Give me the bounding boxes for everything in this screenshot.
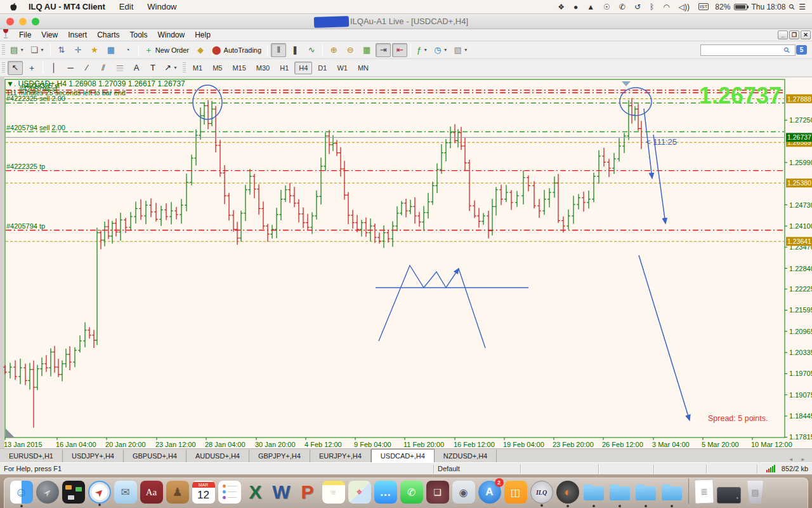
timeframe-m5[interactable]: M5: [208, 62, 226, 74]
mac-menu-edit[interactable]: Edit: [119, 2, 133, 11]
dock-mission-control[interactable]: [62, 481, 85, 504]
notification-center-icon[interactable]: ☰: [799, 3, 806, 11]
dock-crossover[interactable]: ◐: [556, 481, 579, 504]
timeframe-w1[interactable]: W1: [332, 62, 352, 74]
dock-safari[interactable]: ➤: [88, 481, 111, 504]
zoom-in-button[interactable]: ⊕: [326, 43, 341, 57]
menu-file[interactable]: File: [14, 30, 36, 40]
line-chart-button[interactable]: ∿: [304, 43, 319, 57]
dock-reminders[interactable]: [218, 481, 241, 504]
minimize-traffic-light[interactable]: [19, 18, 27, 25]
tab-audusd-h4[interactable]: AUDUSD+,H4: [187, 450, 249, 462]
timeframe-mn[interactable]: MN: [353, 62, 373, 74]
dock-notes[interactable]: ≡: [322, 481, 345, 504]
menu-tools[interactable]: Tools: [125, 30, 153, 40]
dock-launchpad[interactable]: ➣: [36, 481, 59, 504]
phone-icon[interactable]: ✆: [619, 3, 625, 11]
timeframe-m15[interactable]: M15: [228, 62, 250, 74]
dock-excel[interactable]: X: [244, 481, 267, 504]
chart-shift-button[interactable]: ⇤: [392, 43, 407, 57]
volume-icon[interactable]: ◁)): [679, 3, 690, 11]
dock-finder[interactable]: ☺: [10, 481, 33, 504]
dock-photo-booth[interactable]: ❏: [426, 481, 449, 504]
notification-badge[interactable]: 5: [796, 45, 807, 55]
zoom-out-button[interactable]: ⊖: [343, 43, 358, 57]
dock-powerpoint[interactable]: P: [296, 481, 319, 504]
dropdown-caret-icon[interactable]: ▼: [20, 48, 24, 52]
dropdown-caret-icon[interactable]: ▼: [464, 48, 468, 52]
vertical-line-button[interactable]: │: [46, 61, 62, 75]
new-order-button[interactable]: ＋New Order: [142, 43, 192, 57]
menu-charts[interactable]: Charts: [92, 30, 124, 40]
timeframe-m30[interactable]: M30: [252, 62, 274, 74]
active-app-name[interactable]: ILQ AU - MT4 Client: [29, 2, 105, 11]
bar-chart-button[interactable]: ⫴: [271, 43, 286, 57]
new-chart-button[interactable]: ▤▼: [8, 43, 27, 57]
dock-folder-3[interactable]: [634, 481, 657, 504]
dropbox-icon[interactable]: ❖: [558, 3, 565, 11]
menubar-clock[interactable]: Thu 18:08: [751, 3, 785, 11]
tab-usdcad-h4[interactable]: USDCAD+,H4: [371, 449, 435, 462]
trendline-button[interactable]: ∕: [79, 61, 95, 75]
dock-folder-1[interactable]: [582, 481, 605, 504]
wifi-icon[interactable]: ◠: [663, 3, 669, 11]
menu-help[interactable]: Help: [190, 30, 216, 40]
close-traffic-light[interactable]: [6, 18, 14, 25]
input-source-icon[interactable]: IST: [698, 3, 709, 10]
crescent-icon[interactable]: ●: [573, 3, 578, 11]
dock-messages[interactable]: …: [374, 481, 397, 504]
metaeditor-button[interactable]: ◆: [193, 43, 208, 57]
dock-folder-2[interactable]: [608, 481, 631, 504]
horizontal-line-button[interactable]: ─: [63, 61, 78, 75]
indicators-button[interactable]: ƒ▼: [414, 43, 430, 57]
shapes-button[interactable]: ↗▼: [162, 61, 180, 75]
dock-folder-4[interactable]: [660, 481, 683, 504]
bluetooth-icon[interactable]: ᛒ: [650, 3, 654, 11]
dock-maps[interactable]: ⌖: [348, 481, 371, 504]
tab-scroll-arrows[interactable]: ◂ ▸: [789, 456, 808, 462]
dropdown-caret-icon[interactable]: ▼: [443, 48, 448, 52]
strategy-tester-button[interactable]: ◔: [120, 43, 135, 57]
mt4-title-bar[interactable]: ILQAu-A1 Live - [USDCAD+,H4]: [0, 14, 812, 29]
dock-photos[interactable]: ◉: [452, 481, 475, 504]
toolbar-grip[interactable]: [183, 62, 186, 74]
tab-gbpusd-h4[interactable]: GBPUSD+,H4: [124, 450, 187, 462]
auto-scroll-button[interactable]: ⇥: [376, 43, 391, 57]
dock-calendar[interactable]: MAR12: [192, 481, 215, 504]
text-button[interactable]: A: [129, 61, 144, 75]
minimize-window-button[interactable]: _: [778, 30, 788, 39]
time-machine-icon[interactable]: ↺: [634, 3, 641, 11]
tab-eurjpy-h4[interactable]: EURJPY+,H4: [310, 450, 371, 462]
dock-mail[interactable]: ✉: [114, 481, 137, 504]
periods-button[interactable]: ◷▼: [431, 43, 450, 57]
zoom-traffic-light[interactable]: [32, 18, 39, 25]
tile-windows-button[interactable]: ▦: [359, 43, 374, 57]
crosshair-button[interactable]: ＋: [24, 61, 39, 75]
cursor-button[interactable]: ↖: [8, 61, 23, 75]
search-input[interactable]: [700, 44, 796, 56]
data-window-button[interactable]: ✛: [70, 43, 86, 57]
timeframe-d1[interactable]: D1: [313, 62, 331, 74]
dropdown-caret-icon[interactable]: ▼: [173, 65, 178, 70]
candlestick-button[interactable]: ❚: [287, 43, 303, 57]
gdrive-icon[interactable]: ▲: [587, 3, 594, 11]
menu-view[interactable]: View: [36, 30, 63, 40]
dock-ibooks[interactable]: ◫: [504, 481, 527, 504]
tab-usdjpy-h4[interactable]: USDJPY+,H4: [63, 450, 124, 462]
chart-area[interactable]: ▼. USDCAD+,H4 1.26908 1.27039 1.26617 1.…: [0, 77, 812, 448]
accessibility-icon[interactable]: ☉: [603, 3, 610, 11]
dock-trash[interactable]: ▤: [744, 481, 767, 504]
dock-dictionary[interactable]: Aa: [140, 481, 163, 504]
close-window-button[interactable]: ✕: [801, 30, 811, 39]
dock-contacts[interactable]: ♟: [166, 481, 189, 504]
menu-window[interactable]: Window: [153, 30, 190, 40]
timeframe-h4[interactable]: H4: [294, 62, 312, 74]
tab-eurusd-h1[interactable]: EURUSD+,H1: [0, 450, 63, 462]
navigator-button[interactable]: ★: [87, 43, 102, 57]
dock-word[interactable]: W: [270, 481, 293, 504]
dropdown-caret-icon[interactable]: ▼: [423, 48, 428, 52]
tab-gbpjpy-h4[interactable]: GBPJPY+,H4: [249, 450, 310, 462]
terminal-button[interactable]: ▦: [103, 43, 119, 57]
toolbar-grip[interactable]: [2, 44, 5, 56]
label-button[interactable]: T: [145, 61, 160, 75]
